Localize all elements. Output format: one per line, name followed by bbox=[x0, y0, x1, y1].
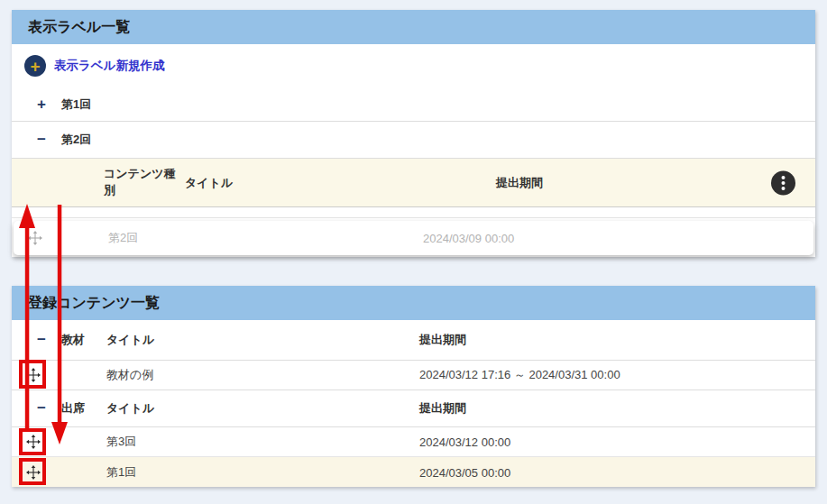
content-title: 第1回 bbox=[106, 464, 136, 481]
move-icon[interactable] bbox=[28, 231, 42, 245]
move-icon[interactable] bbox=[26, 435, 41, 449]
empty-drop-strip bbox=[12, 207, 815, 218]
plus-glyph: + bbox=[30, 58, 40, 75]
section-category-label: 出席 bbox=[61, 400, 85, 417]
content-title: 第3回 bbox=[106, 434, 136, 450]
registered-content-panel-header: 登録コンテンツ一覧 bbox=[12, 286, 815, 320]
content-row-session1: 第1回 2024/03/05 00:00 bbox=[12, 457, 815, 487]
create-display-label-link[interactable]: 表示ラベル新規作成 bbox=[54, 44, 164, 87]
label-table-header: コンテンツ種別 タイトル 提出期間 bbox=[12, 159, 815, 207]
vertical-ellipsis-icon[interactable] bbox=[771, 170, 795, 195]
column-header-title: タイトル bbox=[106, 400, 154, 417]
display-label-panel-title: 表示ラベル一覧 bbox=[28, 18, 130, 37]
display-label-list-panel: 表示ラベル一覧 + 表示ラベル新規作成 + 第1回 − 第2回 コンテンツ種別 … bbox=[12, 10, 815, 257]
content-row-material-example: 教材の例 2024/03/12 17:16 ～ 2024/03/31 00:00 bbox=[12, 361, 815, 390]
content-period: 2024/03/05 00:00 bbox=[419, 465, 510, 479]
content-row-session3: 第3回 2024/03/12 00:00 bbox=[12, 427, 815, 457]
label-group-name: 第1回 bbox=[61, 96, 91, 113]
ghost-row-type: 第2回 bbox=[108, 230, 138, 246]
label-group-row-2: − 第2回 bbox=[12, 122, 815, 159]
column-header-title: タイトル bbox=[185, 175, 233, 191]
collapse-icon[interactable]: − bbox=[34, 331, 49, 349]
plus-circle-icon[interactable]: + bbox=[24, 55, 46, 77]
collapse-icon[interactable]: − bbox=[34, 131, 49, 149]
content-title: 教材の例 bbox=[106, 367, 153, 383]
column-header-period: 提出期間 bbox=[496, 175, 543, 191]
column-header-content-type: コンテンツ種別 bbox=[104, 166, 181, 200]
label-group-row-1: + 第1回 bbox=[12, 87, 815, 122]
create-label-row: + 表示ラベル新規作成 bbox=[12, 44, 815, 87]
move-icon[interactable] bbox=[26, 465, 41, 480]
column-header-period: 提出期間 bbox=[419, 400, 466, 417]
expand-icon[interactable]: + bbox=[34, 96, 49, 114]
content-period: 2024/03/12 17:16 ～ 2024/03/31 00:00 bbox=[419, 367, 620, 383]
column-header-period: 提出期間 bbox=[419, 332, 466, 348]
display-label-panel-header: 表示ラベル一覧 bbox=[12, 10, 815, 44]
section-header-materials: − 教材 タイトル 提出期間 bbox=[12, 320, 815, 361]
collapse-icon[interactable]: − bbox=[34, 399, 49, 417]
registered-content-list-panel: 登録コンテンツ一覧 − 教材 タイトル 提出期間 教材の例 2024/0 bbox=[12, 286, 815, 487]
column-header-title: タイトル bbox=[106, 332, 154, 348]
move-icon[interactable] bbox=[26, 368, 41, 382]
ghost-row-period: 2024/03/09 00:00 bbox=[423, 232, 514, 245]
registered-content-panel-title: 登録コンテンツ一覧 bbox=[28, 294, 160, 313]
section-header-attendance: − 出席 タイトル 提出期間 bbox=[12, 390, 815, 427]
section-category-label: 教材 bbox=[61, 332, 85, 348]
label-group-name: 第2回 bbox=[61, 132, 91, 148]
dragged-row-ghost: 第2回 2024/03/09 00:00 bbox=[14, 221, 813, 255]
content-period: 2024/03/12 00:00 bbox=[419, 435, 510, 449]
